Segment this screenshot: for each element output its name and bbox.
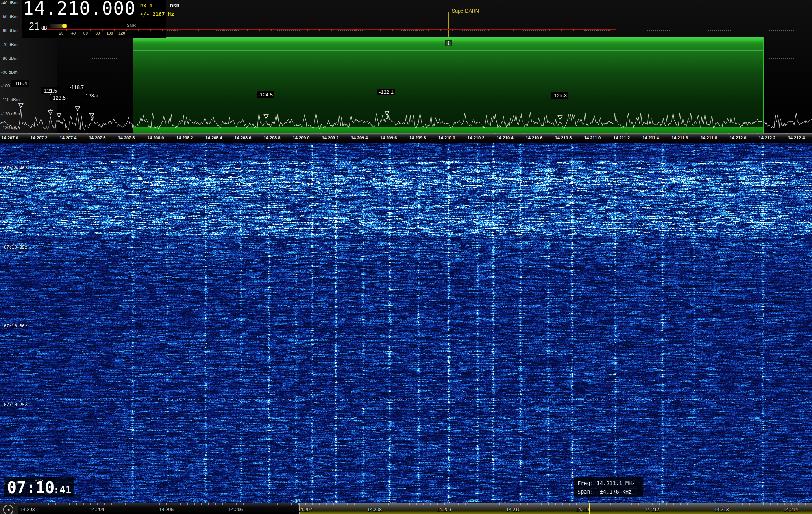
frequency-tick-label: 14.209.2	[322, 135, 339, 140]
frequency-return-button[interactable]: ◄	[3, 505, 13, 514]
band-frequency-label: 14.203	[20, 507, 35, 512]
frequency-tick-label: 14.211.8	[701, 135, 717, 140]
waterfall-dashed-vertical	[763, 143, 763, 503]
frequency-tick-label: 14.209.8	[409, 135, 426, 140]
gain-slider-knob[interactable]	[62, 24, 67, 28]
waterfall-display[interactable]: 07:10:40z07:10:35z07:10:30z07:10:25z07:1…	[0, 143, 812, 503]
frequency-scale-ticks	[0, 133, 812, 134]
frequency-tick-label: 14.210.4	[497, 135, 514, 140]
peak-marker-line	[560, 98, 560, 115]
frequency-tick-label: 14.207.2	[31, 135, 48, 140]
peak-value-label: -124.5	[257, 91, 274, 98]
peak-marker-line	[266, 98, 266, 114]
snr-scale-number: 120	[118, 31, 126, 35]
frequency-tick-label: 14.210.6	[526, 135, 543, 140]
waterfall-time-gridline	[0, 479, 812, 479]
waterfall-time-label: 07:10:40z	[4, 165, 28, 171]
frequency-tick-label: 14.208.2	[176, 135, 193, 140]
snr-scale-number: 80	[94, 31, 102, 35]
band-overview-scale[interactable]: 14.20314.20414.20514.20614.20714.20814.2…	[0, 503, 812, 514]
peak-value-label: -116.4	[11, 80, 29, 87]
spectrum-frequency-scale[interactable]: 14.207.014.207.214.207.414.207.614.207.8…	[0, 133, 812, 143]
rx-center-dashed-line	[449, 46, 449, 133]
band-frequency-label: 14.204	[90, 507, 104, 512]
band-frequency-label: 14.214	[784, 507, 798, 512]
waterfall-time-label: 07:10:25z	[4, 402, 28, 407]
filter-offset-label: +/- 2167 Hz	[140, 11, 174, 17]
snr-scale-number: 40	[70, 31, 78, 35]
frequency-tick-label: 14.207.0	[2, 135, 18, 140]
peak-marker-line	[92, 98, 92, 113]
waterfall-time-gridline	[0, 163, 812, 163]
snr-meter-ticks	[54, 29, 616, 31]
waterfall-time-label: 07:10:35z	[4, 245, 28, 250]
frequency-tick-label: 14.210.8	[555, 135, 572, 140]
band-scale-ticks	[0, 503, 812, 505]
band-frequency-label: 14.211	[575, 507, 590, 512]
rx1-badge[interactable]: 1	[445, 40, 452, 46]
waterfall-time-gridline	[0, 399, 812, 400]
frequency-tick-label: 14.210.2	[468, 135, 485, 140]
waterfall-time-gridline	[0, 321, 812, 321]
frequency-tick-label: 14.209.6	[380, 135, 397, 140]
waterfall-texture	[0, 143, 812, 503]
peak-marker-line	[59, 101, 59, 113]
mode-label[interactable]: DSB	[170, 3, 179, 9]
band-frequency-label: 14.207	[298, 507, 313, 512]
frequency-tick-label: 14.212.2	[759, 135, 776, 140]
frequency-tick-label: 14.207.8	[118, 135, 135, 140]
band-frequency-label: 14.208	[367, 507, 382, 512]
frequency-tick-label: 14.209.0	[293, 135, 310, 140]
superdarn-marker-line	[448, 12, 449, 37]
gain-unit: dB	[41, 25, 47, 31]
band-frequency-label: 14.213	[714, 507, 729, 512]
waterfall-dashed-vertical	[449, 143, 449, 503]
frequency-tick-label: 14.208.4	[205, 135, 222, 140]
sdr-application: -40 dBm-50 dBm-60 dBm-70 dBm-80 dBm-90 d…	[0, 0, 812, 514]
gain-value: 21	[29, 20, 40, 32]
peak-marker-line	[78, 90, 78, 106]
clock-seconds: :41	[54, 484, 71, 495]
frequency-tick-label: 14.209.4	[351, 135, 368, 140]
frequency-tick-label: 14.208.8	[264, 135, 281, 140]
freq-span-info-box: Freq: 14.211.1 MHz Span: ±4.176 kHz	[574, 477, 643, 497]
frequency-readout[interactable]: 14.210.000	[23, 0, 136, 19]
frequency-tick-label: 14.212.4	[788, 135, 805, 140]
info-span: Span: ±4.176 kHz	[577, 488, 643, 496]
superdarn-marker-label: SuperDARN	[452, 8, 479, 14]
band-frequency-label: 14.209	[437, 507, 451, 512]
peak-value-label: -125.3	[551, 92, 568, 99]
peak-marker-line	[387, 95, 387, 111]
frequency-tick-label: 14.211.4	[642, 135, 659, 140]
band-frequency-label: 14.206	[229, 507, 243, 512]
peak-value-label: -122.1	[377, 89, 395, 95]
frequency-tick-label: 14.210.0	[438, 135, 455, 140]
utc-clock: UTC 07:10 :41	[4, 477, 74, 497]
snr-scale-number: 20	[57, 31, 65, 35]
clock-hours-minutes: 07:10	[7, 479, 54, 496]
frequency-tick-label: 14.211.2	[613, 135, 630, 140]
tuned-frequency-line[interactable]	[589, 503, 590, 514]
spectrum-display[interactable]: -40 dBm-50 dBm-60 dBm-70 dBm-80 dBm-90 d…	[0, 0, 812, 133]
waterfall-time-label: 07:10:30z	[4, 323, 28, 328]
snr-label: SNR	[127, 23, 136, 28]
frequency-tick-label: 14.212.0	[730, 135, 747, 140]
frequency-tick-label: 14.211.6	[671, 135, 688, 140]
snr-scale-number: 60	[81, 31, 89, 35]
peak-marker-line	[21, 86, 21, 103]
waterfall-time-gridline	[0, 242, 812, 242]
band-frequency-label: 14.210	[506, 507, 521, 512]
rx-number-label[interactable]: RX 1	[140, 3, 152, 9]
frequency-tick-label: 14.207.4	[60, 135, 77, 140]
frequency-tick-label: 14.211.0	[584, 135, 601, 140]
waterfall-dashed-vertical	[133, 143, 133, 503]
snr-scale-number: 100	[106, 31, 114, 35]
band-frequency-label: 14.205	[159, 507, 174, 512]
peak-value-label: -123.5	[50, 95, 67, 101]
frequency-tick-label: 14.208.6	[235, 135, 252, 140]
peak-value-label: -118.7	[68, 84, 85, 91]
frequency-tick-label: 14.208.0	[147, 135, 164, 140]
peak-value-label: -121.5	[41, 87, 59, 94]
frequency-tick-label: 14.207.6	[89, 135, 106, 140]
info-frequency: Freq: 14.211.1 MHz	[577, 479, 643, 488]
